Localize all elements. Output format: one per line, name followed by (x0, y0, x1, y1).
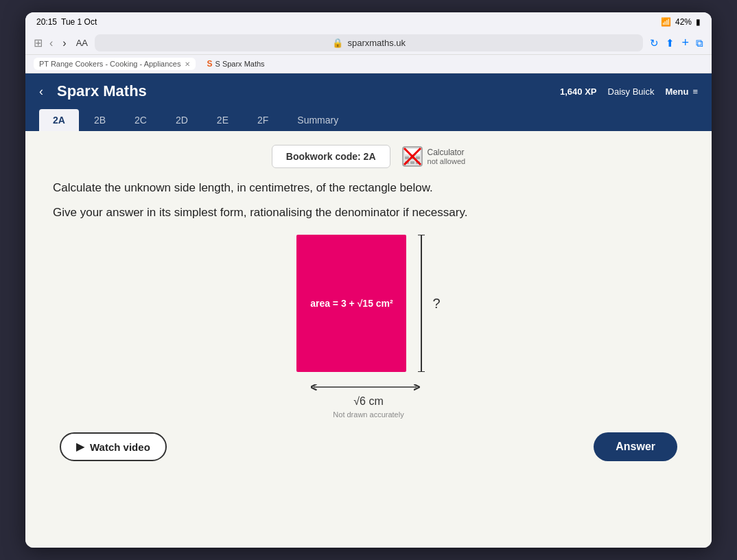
tab-summary[interactable]: Summary (283, 109, 352, 131)
sparx-menu-button[interactable]: Menu ≡ (665, 86, 698, 97)
sparx-header: ‹ Sparx Maths 1,640 XP Daisy Buick Menu … (25, 73, 712, 109)
tab-2b[interactable]: 2B (80, 109, 119, 131)
status-left: 20:15 Tue 1 Oct (36, 17, 97, 27)
browser-nav: ⊞ ‹ › AA (34, 36, 88, 51)
tab-2d[interactable]: 2D (162, 109, 202, 131)
wifi-icon: 📶 (661, 17, 671, 27)
tab-close-pt[interactable]: ✕ (185, 60, 190, 68)
watch-video-button[interactable]: ▶ Watch video (60, 432, 167, 461)
status-bar: 20:15 Tue 1 Oct 📶 42% ▮ (25, 12, 712, 32)
calculator-badge: Calculator not allowed (401, 145, 466, 167)
answer-label: Answer (616, 441, 655, 452)
calculator-status: Calculator not allowed (428, 148, 466, 165)
browser-tab-pt[interactable]: PT Range Cookers - Cooking - Appliances … (34, 58, 196, 70)
watch-video-label: Watch video (90, 441, 150, 453)
bookwork-row: Bookwork code: 2A (53, 145, 684, 168)
back-button[interactable]: ‹ (47, 36, 56, 51)
refresh-button[interactable]: ↻ (650, 37, 659, 49)
url-text: sparxmaths.uk (347, 38, 406, 48)
main-content: Bookwork code: 2A (25, 131, 712, 548)
add-tab-button[interactable]: + (681, 36, 689, 50)
calculator-icon (401, 145, 423, 167)
sparx-title: Sparx Maths (57, 82, 147, 100)
bottom-actions: ▶ Watch video Answer (53, 432, 684, 461)
area-label: area = 3 + √15 cm² (310, 298, 393, 309)
sparx-back-button[interactable]: ‹ (39, 84, 43, 99)
hamburger-icon: ≡ (692, 86, 698, 97)
play-icon: ▶ (76, 441, 84, 453)
right-bracket-svg (414, 235, 428, 372)
pink-rectangle: area = 3 + √15 cm² (296, 235, 406, 372)
lock-icon: 🔒 (332, 38, 343, 48)
tabs-button[interactable]: ⧉ (696, 37, 703, 49)
svg-rect-6 (410, 161, 414, 164)
answer-button[interactable]: Answer (594, 432, 677, 461)
bottom-arrow-svg (307, 380, 430, 394)
tab-sparx-label: S Sparx Maths (215, 60, 264, 68)
aa-label: AA (76, 38, 88, 48)
status-right: 📶 42% ▮ (661, 17, 701, 27)
url-bar[interactable]: 🔒 sparxmaths.uk (95, 34, 643, 51)
nav-tabs: 2A 2B 2C 2D 2E 2F Summary (25, 109, 712, 131)
battery-percent: 42% (675, 17, 692, 27)
sparx-right: 1,640 XP Daisy Buick Menu ≡ (560, 86, 698, 97)
bottom-label-row: √6 cm Not drawn accurately (307, 380, 430, 419)
sidebar-icon[interactable]: ⊞ (34, 36, 43, 49)
menu-label: Menu (665, 86, 688, 97)
calculator-label: Calculator (428, 148, 466, 157)
browser-bar: ⊞ ‹ › AA 🔒 sparxmaths.uk ↻ ⬆ + ⧉ (25, 32, 712, 55)
sparx-username: Daisy Buick (608, 86, 655, 97)
not-drawn-label: Not drawn accurately (333, 410, 403, 419)
tab-2f[interactable]: 2F (244, 109, 282, 131)
tab-pt-label: PT Range Cookers - Cooking - Appliances (39, 60, 180, 68)
tab-bar: PT Range Cookers - Cooking - Appliances … (25, 55, 712, 73)
calculator-sub: not allowed (428, 157, 466, 165)
tab-2a[interactable]: 2A (39, 109, 79, 131)
rect-diagram: area = 3 + √15 cm² ? (296, 235, 440, 372)
bookwork-code: Bookwork code: 2A (272, 145, 390, 168)
unknown-label: ? (432, 296, 440, 312)
question-line2: Give your answer in its simplest form, r… (53, 204, 684, 222)
battery-icon: ▮ (696, 17, 701, 27)
forward-button[interactable]: › (60, 36, 69, 51)
right-bracket-area: ? (414, 235, 440, 372)
question-line1: Calculate the unknown side length, in ce… (53, 179, 684, 197)
status-time: 20:15 (36, 17, 57, 27)
svg-rect-4 (416, 156, 420, 159)
share-button[interactable]: ⬆ (666, 37, 675, 49)
browser-tab-sparx[interactable]: S S Sparx Maths (202, 57, 268, 71)
diagram-area: area = 3 + √15 cm² ? (53, 235, 684, 419)
sparx-xp: 1,640 XP (560, 86, 597, 97)
svg-rect-2 (405, 156, 409, 159)
browser-actions: ↻ ⬆ + ⧉ (650, 36, 703, 50)
tab-2c[interactable]: 2C (121, 109, 161, 131)
width-label: √6 cm (353, 395, 383, 408)
status-date: Tue 1 Oct (61, 17, 97, 27)
tab-2e[interactable]: 2E (203, 109, 242, 131)
